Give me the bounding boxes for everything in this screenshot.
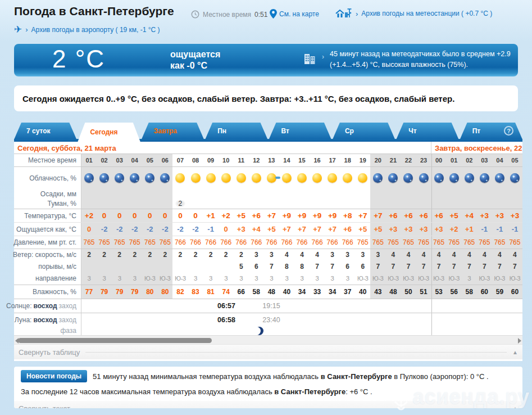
table-cell: 79: [127, 285, 142, 299]
tab-Чт[interactable]: Чт: [396, 123, 458, 139]
table-cell: +7: [310, 223, 325, 236]
table-cell: [310, 189, 325, 199]
table-cell: [310, 167, 325, 189]
table-cell: +3: [492, 209, 507, 222]
table-cell: 7: [431, 260, 447, 272]
horizontal-scrollbar[interactable]: [14, 335, 522, 345]
table-cell: [81, 313, 97, 326]
feels-like-text: ощущается как -0 °C: [170, 49, 238, 71]
rise-time: 06:57: [212, 299, 241, 313]
table-cell: З: [219, 272, 234, 285]
table-cell: 58: [249, 285, 264, 299]
table-cell: [188, 199, 203, 209]
night-clear-icon: [115, 173, 124, 183]
table-cell: 74: [219, 285, 234, 299]
table-cell: +3: [385, 223, 401, 236]
table-cell: [294, 167, 310, 189]
table-cell: 33: [310, 285, 325, 299]
table-cell: 2: [219, 249, 234, 260]
collapse-table-row[interactable]: Свернуть таблицу ▲: [14, 345, 522, 359]
table-cell: 765: [462, 236, 477, 249]
table-cell: 2: [188, 249, 203, 260]
table-cell: +7: [264, 209, 279, 222]
table-cell: [112, 189, 127, 199]
table-cell: [462, 326, 477, 335]
table-cell: [507, 313, 522, 326]
table-cell: 7: [264, 260, 279, 272]
collapse-up-icon[interactable]: ▲: [512, 349, 518, 355]
table-cell: [492, 326, 507, 335]
table-cell: +5: [355, 223, 370, 236]
table-cell: Ю-З: [431, 272, 447, 285]
table-cell: [172, 167, 188, 189]
table-cell: -2: [172, 223, 188, 236]
tab-Вт[interactable]: Вт: [269, 123, 331, 139]
table-cell: 08: [188, 154, 203, 166]
tab-Ср[interactable]: Ср: [333, 123, 395, 139]
table-cell: 3: [264, 249, 279, 260]
fog-value: 2: [175, 200, 186, 208]
tab-7 суток[interactable]: 7 суток: [14, 123, 76, 139]
night-clear-icon: [160, 173, 170, 183]
table-cell: [462, 189, 477, 199]
table-cell: 0: [97, 209, 112, 222]
table-cell: [477, 189, 492, 199]
table-cell: З: [294, 272, 310, 285]
current-temperature: 2 °C: [52, 45, 105, 73]
table-cell: [127, 167, 142, 189]
tab-Завтра[interactable]: Завтра: [142, 123, 204, 139]
table-cell: +6: [416, 209, 431, 222]
tab-Сегодня[interactable]: Сегодня: [78, 123, 140, 142]
table-cell: 0: [81, 223, 97, 236]
table-cell: [325, 299, 340, 313]
row-wind-speed: Ветер: скорость, м/с22222222222334443333…: [14, 249, 522, 260]
table-cell: [249, 189, 264, 199]
collapse-table-label[interactable]: Свернуть таблицу: [19, 348, 80, 357]
help-icon[interactable]: ?: [504, 126, 513, 136]
table-cell: [370, 189, 385, 199]
page-title: Погода в Санкт-Петербурге: [14, 4, 174, 18]
table-cell: [355, 313, 370, 326]
tab-Пн[interactable]: Пн: [205, 123, 267, 139]
scrollbar-thumb[interactable]: [18, 338, 212, 343]
table-cell: +3: [234, 223, 249, 236]
table-cell: [81, 326, 97, 335]
row-label: Местное время: [14, 154, 81, 166]
collapse-up-icon[interactable]: ▲: [512, 405, 518, 409]
rise-time: 06:58: [212, 313, 241, 326]
scroll-right-icon[interactable]: [518, 338, 521, 344]
table-cell: 34: [325, 285, 340, 299]
news-badge[interactable]: Новости погоды: [21, 370, 87, 382]
table-cell: [477, 167, 492, 189]
table-cell: [431, 199, 447, 209]
table-cell: 83: [188, 285, 203, 299]
airport-link-group[interactable]: ✈ › Архив погоды в аэропорту ( 19 км, -1…: [14, 24, 160, 35]
night-clear-icon: [388, 173, 398, 183]
chevron-right-icon: ›: [356, 10, 358, 18]
table-cell: [325, 189, 340, 199]
table-cell: 03: [112, 154, 127, 166]
table-cell: 66: [234, 285, 249, 299]
table-cell: 766: [188, 236, 203, 249]
table-cell: З: [203, 272, 219, 285]
map-link-group[interactable]: См. на карте: [270, 9, 319, 19]
table-cell: 766: [340, 236, 355, 249]
table-cell: [507, 189, 522, 199]
table-cell: 18: [340, 154, 355, 166]
station-archive-link[interactable]: Архив погоды на метеостанции ( +0.7 °C ): [361, 10, 492, 17]
table-cell: [492, 189, 507, 199]
table-cell: 15: [294, 154, 310, 166]
plane-icon: ✈: [14, 24, 22, 35]
station-link-group[interactable]: › Архив погоды на метеостанции ( +0.7 °C…: [335, 8, 492, 19]
night-clear-icon: [99, 173, 109, 183]
collapse-text-label[interactable]: Свернуть текст: [19, 404, 70, 409]
table-cell: З: [264, 272, 279, 285]
collapse-text-row[interactable]: Свернуть текст ▲: [14, 401, 522, 408]
night-clear-icon: [434, 173, 444, 183]
table-cell: [249, 199, 264, 209]
forecast-tabbar: 7 сутокСегодняЗавтраПнВтСрЧтПт ?: [14, 123, 522, 142]
map-link[interactable]: См. на карте: [279, 10, 319, 18]
table-cell: 7: [401, 260, 416, 272]
airport-archive-link[interactable]: Архив погоды в аэропорту ( 19 км, -1 °C …: [31, 26, 160, 34]
table-cell: 77: [81, 285, 97, 299]
